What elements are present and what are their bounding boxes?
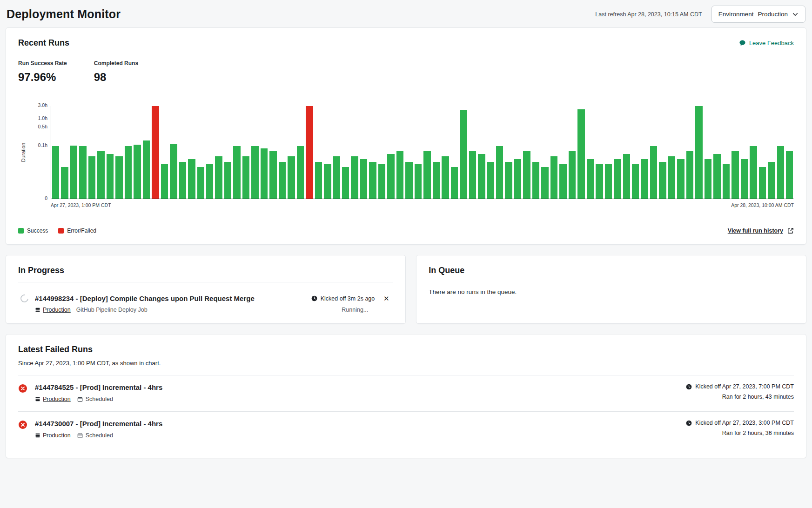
chart-bar-success[interactable]: [650, 146, 657, 199]
chart-bar-success[interactable]: [269, 151, 276, 199]
environment-link[interactable]: Production: [35, 396, 71, 402]
environment-dropdown[interactable]: Environment Production: [711, 6, 805, 23]
chart-bar-success[interactable]: [587, 159, 594, 199]
chart-bar-success[interactable]: [668, 156, 675, 199]
chart-bar-success[interactable]: [125, 146, 132, 199]
y-axis-tick: 0.5h: [38, 124, 47, 129]
environment-link-label: Production: [43, 432, 71, 439]
chart-bar-success[interactable]: [777, 146, 784, 199]
chart-bar-success[interactable]: [433, 162, 440, 199]
chart-bar-success[interactable]: [387, 154, 394, 199]
chart-bar-success[interactable]: [143, 140, 150, 199]
chart-bar-success[interactable]: [360, 159, 367, 199]
chart-bar-success[interactable]: [279, 162, 286, 199]
chart-bar-success[interactable]: [88, 156, 95, 199]
chart-bar-success[interactable]: [115, 156, 122, 199]
chart-bar-success[interactable]: [224, 162, 231, 199]
chart-legend: SuccessError/Failed: [18, 227, 96, 234]
chart-bar-success[interactable]: [723, 164, 730, 199]
chart-bar-success[interactable]: [396, 151, 403, 199]
chart-bar-failed[interactable]: [152, 106, 159, 199]
chart-bar-success[interactable]: [79, 146, 86, 199]
leave-feedback-link[interactable]: Leave Feedback: [739, 40, 794, 47]
chart-bar-success[interactable]: [478, 154, 485, 199]
chart-bar-success[interactable]: [179, 162, 186, 199]
close-icon[interactable]: ✕: [383, 295, 389, 302]
page-header: Deployment Monitor Last refresh Apr 28, …: [0, 0, 812, 27]
chart-bar-success[interactable]: [460, 110, 467, 199]
chart-bar-success[interactable]: [52, 146, 59, 199]
legend-swatch: [18, 228, 24, 234]
chart-bar-failed[interactable]: [306, 106, 313, 199]
chart-bar-success[interactable]: [324, 164, 331, 199]
chart-bar-success[interactable]: [315, 162, 322, 199]
chart-bar-success[interactable]: [487, 162, 494, 199]
environment-link[interactable]: Production: [35, 307, 71, 313]
chart-bar-success[interactable]: [351, 156, 358, 199]
chart-bar-success[interactable]: [569, 151, 576, 199]
chart-bar-success[interactable]: [759, 167, 766, 199]
chart-bar-success[interactable]: [768, 162, 775, 199]
chart-bar-success[interactable]: [197, 167, 204, 199]
chart-bar-success[interactable]: [107, 154, 114, 199]
chart-bar-success[interactable]: [297, 146, 304, 199]
chart-bar-success[interactable]: [559, 164, 566, 199]
legend-label: Success: [27, 227, 48, 234]
view-full-run-history-link[interactable]: View full run history: [728, 227, 794, 234]
chart-bar-success[interactable]: [369, 162, 376, 199]
chart-bar-success[interactable]: [786, 151, 793, 199]
chart-bar-success[interactable]: [532, 162, 539, 199]
latest-failed-runs-card: Latest Failed Runs Since Apr 27, 2023, 1…: [6, 334, 806, 458]
chart-bar-success[interactable]: [705, 159, 711, 199]
chart-bar-success[interactable]: [614, 159, 621, 199]
chart-bar-success[interactable]: [605, 164, 612, 199]
chart-bar-success[interactable]: [731, 151, 738, 199]
chart-bar-success[interactable]: [423, 151, 430, 199]
chart-bar-success[interactable]: [659, 162, 666, 199]
chart-bar-success[interactable]: [505, 162, 512, 199]
environment-link[interactable]: Production: [35, 432, 71, 439]
run-timing: Kicked off Apr 27, 2023, 3:00 PM CDT Ran…: [686, 420, 794, 436]
chart-bar-success[interactable]: [523, 151, 530, 199]
chart-bar-success[interactable]: [713, 154, 720, 199]
chart-bar-success[interactable]: [442, 156, 449, 199]
chart-bar-success[interactable]: [342, 167, 349, 199]
x-axis-start-label: Apr 27, 2023, 1:00 PM CDT: [51, 202, 111, 208]
chart-bar-success[interactable]: [641, 159, 648, 199]
chart-bar-success[interactable]: [686, 151, 693, 199]
chart-bar-success[interactable]: [161, 164, 168, 199]
chart-bar-success[interactable]: [170, 144, 177, 199]
chart-bar-success[interactable]: [188, 159, 195, 199]
chart-bar-success[interactable]: [541, 167, 548, 199]
chart-bar-success[interactable]: [61, 167, 68, 199]
chart-bar-success[interactable]: [550, 156, 557, 199]
chart-bar-success[interactable]: [469, 151, 476, 199]
chart-bar-success[interactable]: [134, 145, 141, 199]
chart-bar-success[interactable]: [97, 151, 104, 199]
chart-bar-success[interactable]: [215, 156, 222, 199]
chart-bar-success[interactable]: [451, 167, 458, 199]
chart-bar-success[interactable]: [70, 146, 77, 199]
chart-bar-success[interactable]: [261, 148, 268, 199]
chart-bar-success[interactable]: [333, 156, 340, 199]
chart-bar-success[interactable]: [206, 164, 213, 199]
chart-bar-success[interactable]: [750, 146, 757, 199]
chart-bar-success[interactable]: [677, 159, 684, 199]
chart-bar-success[interactable]: [577, 109, 584, 199]
chart-bar-success[interactable]: [596, 164, 603, 199]
chart-bar-success[interactable]: [251, 146, 258, 199]
chart-bar-success[interactable]: [695, 106, 702, 199]
chart-bar-success[interactable]: [288, 156, 295, 199]
chart-bar-success[interactable]: [415, 164, 422, 199]
chart-bar-success[interactable]: [741, 159, 748, 199]
chevron-down-icon: [792, 11, 799, 18]
chart-bar-success[interactable]: [496, 146, 503, 199]
chart-bar-success[interactable]: [405, 162, 412, 199]
chart-bar-success[interactable]: [242, 156, 249, 199]
chart-bar-success[interactable]: [632, 164, 639, 199]
chart-bar-success[interactable]: [378, 164, 385, 199]
chart-bar-success[interactable]: [514, 159, 521, 199]
chart-bar-success[interactable]: [623, 154, 630, 199]
chart-bar-success[interactable]: [233, 146, 240, 199]
environment-stack-icon: [35, 396, 40, 402]
